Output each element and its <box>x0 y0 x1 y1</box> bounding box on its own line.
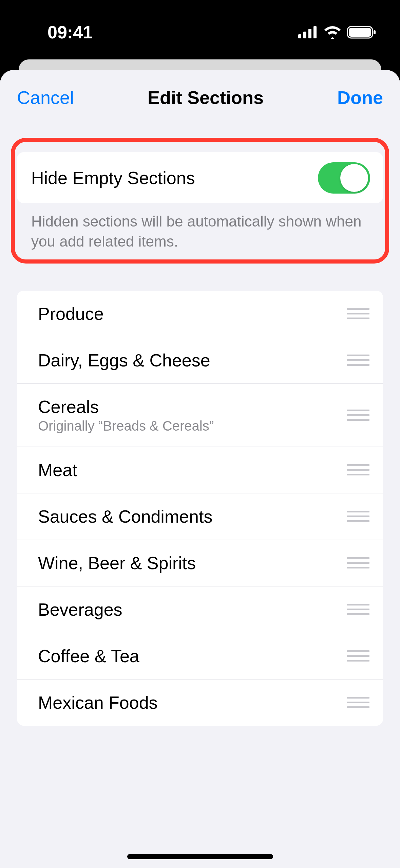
status-time: 09:41 <box>47 22 93 42</box>
section-row[interactable]: Dairy, Eggs & Cheese <box>17 337 383 384</box>
nav-bar: Cancel Edit Sections Done <box>0 80 400 122</box>
hide-empty-toggle[interactable] <box>318 162 370 194</box>
section-row[interactable]: Wine, Beer & Spirits <box>17 540 383 586</box>
section-row[interactable]: Coffee & Tea <box>17 633 383 680</box>
section-row[interactable]: Meat <box>17 447 383 493</box>
section-content: Meat <box>38 460 77 480</box>
toggle-knob <box>340 164 368 192</box>
section-content: Sauces & Condiments <box>38 506 213 527</box>
section-content: Beverages <box>38 599 122 620</box>
toggle-description: Hidden sections will be automatically sh… <box>31 211 383 252</box>
section-content: Coffee & Tea <box>38 646 139 666</box>
svg-rect-6 <box>374 30 376 34</box>
section-name: Meat <box>38 460 77 480</box>
page-title: Edit Sections <box>148 87 264 108</box>
section-name: Dairy, Eggs & Cheese <box>38 350 210 370</box>
section-content: Dairy, Eggs & Cheese <box>38 350 210 370</box>
section-row[interactable]: Sauces & Condiments <box>17 493 383 540</box>
section-content: CerealsOriginally “Breads & Cereals” <box>38 397 214 434</box>
section-row[interactable]: Beverages <box>17 586 383 633</box>
section-name: Sauces & Condiments <box>38 506 213 527</box>
section-name: Cereals <box>38 397 214 417</box>
section-name: Wine, Beer & Spirits <box>38 553 196 573</box>
section-content: Mexican Foods <box>38 692 158 713</box>
done-button[interactable]: Done <box>337 87 383 108</box>
drag-handle-icon[interactable] <box>347 351 369 369</box>
status-icons <box>298 25 376 39</box>
svg-rect-5 <box>349 28 371 37</box>
battery-icon <box>347 25 376 39</box>
status-bar: 09:41 <box>0 0 400 61</box>
drag-handle-icon[interactable] <box>347 305 369 323</box>
drag-handle-icon[interactable] <box>347 461 369 479</box>
section-name: Produce <box>38 304 104 324</box>
sections-list: ProduceDairy, Eggs & CheeseCerealsOrigin… <box>17 291 383 726</box>
section-name: Mexican Foods <box>38 692 158 713</box>
drag-handle-icon[interactable] <box>347 647 369 665</box>
drag-handle-icon[interactable] <box>347 406 369 424</box>
drag-handle-icon[interactable] <box>347 693 369 711</box>
hide-empty-toggle-row: Hide Empty Sections <box>17 152 383 203</box>
drag-handle-icon[interactable] <box>347 507 369 525</box>
svg-rect-0 <box>298 34 301 38</box>
cancel-button[interactable]: Cancel <box>17 87 74 108</box>
section-content: Produce <box>38 304 104 324</box>
section-row[interactable]: Mexican Foods <box>17 680 383 726</box>
modal-sheet: Cancel Edit Sections Done Hide Empty Sec… <box>0 70 400 868</box>
svg-rect-2 <box>308 29 311 38</box>
svg-rect-3 <box>313 26 317 38</box>
section-name: Coffee & Tea <box>38 646 139 666</box>
wifi-icon <box>323 25 342 39</box>
section-original-name: Originally “Breads & Cereals” <box>38 418 214 434</box>
home-indicator[interactable] <box>127 854 273 859</box>
toggle-label: Hide Empty Sections <box>31 168 195 188</box>
section-row[interactable]: CerealsOriginally “Breads & Cereals” <box>17 384 383 447</box>
drag-handle-icon[interactable] <box>347 554 369 572</box>
section-row[interactable]: Produce <box>17 291 383 337</box>
drag-handle-icon[interactable] <box>347 600 369 618</box>
section-content: Wine, Beer & Spirits <box>38 553 196 573</box>
svg-rect-1 <box>303 32 306 38</box>
section-name: Beverages <box>38 599 122 620</box>
cellular-icon <box>298 26 318 38</box>
